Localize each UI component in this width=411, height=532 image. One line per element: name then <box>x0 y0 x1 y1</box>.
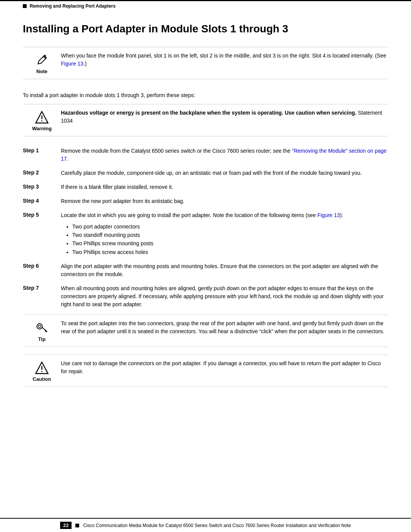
step-4-content: Remove the new port adapter from its ant… <box>61 197 388 205</box>
step-5-bullet-list: Two port adapter connectors Two standoff… <box>72 222 388 257</box>
tip-content: To seat the port adapter into the two co… <box>61 320 388 335</box>
pencil-icon <box>35 53 49 67</box>
page-container: Removing and Replacing Port Adapters Ins… <box>0 0 411 532</box>
warning-bold-text: Hazardous voltage or energy is present o… <box>61 110 356 116</box>
step-1-text: Remove the module from the Catalyst 6500… <box>61 148 387 162</box>
step-1-content: Remove the module from the Catalyst 6500… <box>61 147 388 163</box>
step-row: Step 2 Carefully place the module, compo… <box>23 166 388 180</box>
step-6-label: Step 6 <box>23 262 61 269</box>
caution-triangle-icon <box>35 361 49 375</box>
note-content: When you face the module front panel, sl… <box>61 52 388 68</box>
intro-text: To install a port adapter in module slot… <box>23 92 195 98</box>
tip-key-icon <box>35 321 49 335</box>
step-3-label: Step 3 <box>23 183 61 190</box>
page-number: 22 <box>63 522 68 528</box>
step-2-content: Carefully place the module, component-si… <box>61 169 388 177</box>
caution-content: Use care not to damage the connectors on… <box>61 359 388 375</box>
step-row: Step 5 Locate the slot in which you are … <box>23 208 388 260</box>
step-5-text: Locate the slot in which you are going t… <box>61 212 343 218</box>
step-7-label: Step 7 <box>23 284 61 291</box>
step-1-link[interactable]: "Removing the Module" section on page 17 <box>61 148 387 162</box>
note-icon-col: Note <box>23 52 61 74</box>
step-6-content: Align the port adapter with the mounting… <box>61 262 388 278</box>
caution-box: Caution Use care not to damage the conne… <box>23 355 388 387</box>
list-item: Two port adapter connectors <box>72 222 388 231</box>
step-5-label: Step 5 <box>23 211 61 218</box>
step-2-label: Step 2 <box>23 169 61 176</box>
warning-box: Warning Hazardous voltage or energy is p… <box>23 104 388 136</box>
list-item: Two standoff mounting posts <box>72 231 388 239</box>
list-item: Two Phillips screw mounting posts <box>72 239 388 248</box>
step-5-content: Locate the slot in which you are going t… <box>61 211 388 257</box>
caution-label: Caution <box>33 376 51 382</box>
step-row: Step 4 Remove the new port adapter from … <box>23 194 388 208</box>
note-figure-link[interactable]: Figure 13 <box>61 61 83 67</box>
step-4-label: Step 4 <box>23 197 61 204</box>
caution-icon-col: Caution <box>23 359 61 382</box>
step-3-content: If there is a blank filler plate install… <box>61 183 388 191</box>
note-label: Note <box>37 69 48 74</box>
header-bullet <box>23 4 27 8</box>
footer-bullet <box>75 524 79 527</box>
tip-box: Tip To seat the port adapter into the tw… <box>23 315 388 347</box>
step-7-content: When all mounting posts and mounting hol… <box>61 284 388 308</box>
footer-document-title: Cisco Communication Media Module for Cat… <box>83 523 351 528</box>
tip-label: Tip <box>38 336 45 342</box>
svg-point-11 <box>41 371 43 372</box>
warning-icon-col: Warning <box>23 109 61 131</box>
step-row: Step 3 If there is a blank filler plate … <box>23 180 388 194</box>
page-number-box: 22 <box>60 522 72 529</box>
page-footer: 22 Cisco Communication Media Module for … <box>0 518 411 532</box>
step-row: Step 1 Remove the module from the Cataly… <box>23 144 388 166</box>
warning-label: Warning <box>32 126 52 131</box>
main-content: Installing a Port Adapter in Module Slot… <box>0 11 411 518</box>
note-box: Note When you face the module front pane… <box>23 47 388 79</box>
step-5-link[interactable]: Figure 13 <box>317 212 340 218</box>
warning-triangle-icon <box>35 110 49 124</box>
top-header: Removing and Replacing Port Adapters <box>0 0 411 11</box>
tip-icon-col: Tip <box>23 320 61 342</box>
warning-content: Hazardous voltage or energy is present o… <box>61 109 388 125</box>
svg-point-5 <box>38 325 41 328</box>
intro-paragraph: To install a port adapter in module slot… <box>23 87 388 104</box>
step-1-label: Step 1 <box>23 147 61 153</box>
list-item: Two Phillips screw access holes <box>72 248 388 256</box>
step-row: Step 7 When all mounting posts and mount… <box>23 281 388 312</box>
note-text: When you face the module front panel, sl… <box>61 53 386 67</box>
breadcrumb: Removing and Replacing Port Adapters <box>30 3 116 9</box>
svg-point-3 <box>41 120 43 121</box>
page-title: Installing a Port Adapter in Module Slot… <box>23 22 388 35</box>
steps-container: Step 1 Remove the module from the Cataly… <box>23 144 388 312</box>
step-row: Step 6 Align the port adapter with the m… <box>23 259 388 281</box>
svg-point-4 <box>37 324 42 329</box>
